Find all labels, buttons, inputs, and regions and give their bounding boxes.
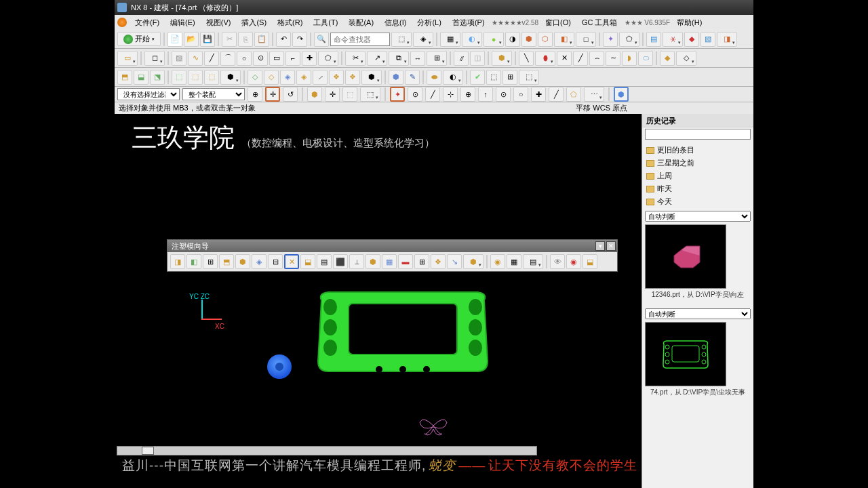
tb3-c8[interactable]: ⬢ [361, 70, 382, 85]
tb1-b[interactable]: ◈ [413, 32, 433, 47]
folder-lastweek[interactable]: 上周 [642, 169, 753, 182]
history-search-input[interactable] [645, 129, 751, 140]
mw-9[interactable]: ⬓ [300, 254, 315, 269]
cut-button[interactable]: ✂ [222, 32, 237, 47]
tb3-f1[interactable]: ✔ [470, 70, 485, 85]
fl-f[interactable]: ⬚ [342, 87, 357, 102]
tb1-g[interactable]: ◧ [554, 32, 574, 47]
fl-snap3[interactable]: ╱ [425, 87, 440, 102]
mw-19[interactable]: ⬢ [463, 254, 484, 269]
tb1-h[interactable]: □ [576, 32, 596, 47]
undo-button[interactable]: ↶ [276, 32, 291, 47]
tb3-c2[interactable]: ◇ [264, 70, 279, 85]
menu-gc[interactable]: GC 工具箱 [578, 16, 622, 29]
fl-b[interactable]: ✛ [265, 87, 280, 102]
mw-16[interactable]: ⊞ [414, 254, 429, 269]
menu-edit[interactable]: 编辑(E) [166, 16, 199, 29]
mw-3[interactable]: ⊞ [203, 254, 218, 269]
folder-yesterday[interactable]: 昨天 [642, 182, 753, 195]
horizontal-scrollbar[interactable] [117, 446, 537, 455]
open-button[interactable]: 📂 [184, 32, 199, 47]
mw-18[interactable]: ↘ [447, 254, 462, 269]
tb1-k4[interactable]: ▧ [701, 32, 715, 47]
tb2-rect[interactable]: ▭ [269, 51, 284, 66]
tb3-c1[interactable]: ◇ [248, 70, 262, 85]
fl-snap11[interactable]: ⬠ [566, 87, 581, 102]
cmd-finder-input[interactable] [330, 33, 390, 46]
menu-tools[interactable]: 工具(T) [309, 16, 342, 29]
fl-snap12[interactable]: ⋯ [584, 87, 604, 102]
tb2-trim[interactable]: ✂ [345, 51, 366, 66]
mw-4[interactable]: ⬒ [219, 254, 234, 269]
tb2-i2[interactable]: ◇ [676, 51, 696, 66]
redo-button[interactable]: ↷ [292, 32, 307, 47]
mw-6[interactable]: ◈ [252, 254, 267, 269]
history-thumb-2[interactable]: 74.prt，从 D:\VIP学员\尘埃无事 [645, 322, 751, 398]
copy-button[interactable]: ⎘ [238, 32, 253, 47]
tb3-b1[interactable]: ⬚ [172, 70, 186, 85]
tb2-dot[interactable]: ⊙ [253, 51, 268, 66]
cmd-finder-icon[interactable]: 🔍 [314, 32, 329, 47]
tb1-cube1[interactable]: ⬢ [521, 32, 536, 47]
tb3-c6[interactable]: ❖ [329, 70, 344, 85]
tb3-f4[interactable]: ⬚ [519, 70, 539, 85]
tb2-cube[interactable]: ⬢ [492, 51, 512, 66]
tb2-arc[interactable]: ⌒ [220, 51, 235, 66]
mw-11[interactable]: ⬛ [333, 254, 348, 269]
menu-window[interactable]: 窗口(O) [541, 16, 575, 29]
thumb1-mode-select[interactable]: 自动判断 [645, 211, 751, 222]
tb2-b[interactable]: ⬠ [318, 51, 338, 66]
tb3-d2[interactable]: ✎ [405, 70, 420, 85]
tb3-b2[interactable]: ⬚ [188, 70, 203, 85]
tb3-a1[interactable]: ⬒ [117, 70, 132, 85]
tb2-h1[interactable]: ╲ [519, 51, 534, 66]
menu-format[interactable]: 格式(R) [273, 16, 307, 29]
tb2-point[interactable]: ✚ [302, 51, 317, 66]
tb3-e2[interactable]: ◐ [443, 70, 463, 85]
fl-e[interactable]: ✛ [325, 87, 340, 102]
mw-8[interactable]: ✕ [284, 254, 299, 269]
start-button[interactable]: 开始▾ [117, 32, 161, 46]
tb3-e1[interactable]: ⬬ [427, 70, 441, 85]
mw-10[interactable]: ▤ [317, 254, 332, 269]
tb3-a2[interactable]: ⬓ [134, 70, 149, 85]
fl-g[interactable]: ⬚ [360, 87, 380, 102]
menu-file[interactable]: 文件(F) [131, 16, 163, 29]
fl-snap10[interactable]: ╱ [549, 87, 564, 102]
tb3-f3[interactable]: ⊞ [502, 70, 517, 85]
viewport[interactable]: 三玖学院 （数控编程、电极设计、造型系统化学习） 注塑模向导 ▾ ✕ ◨ ◧ ⊞… [115, 114, 642, 488]
menu-info[interactable]: 信息(I) [380, 16, 410, 29]
filter-dropdown-2[interactable]: 整个装配 [182, 88, 245, 100]
tb2-a[interactable]: ◻ [144, 51, 165, 66]
tb2-f[interactable]: ⫽ [454, 51, 469, 66]
folder-today[interactable]: 今天 [642, 195, 753, 208]
model-part[interactable] [311, 287, 494, 382]
tb2-g[interactable]: ◫ [470, 51, 485, 66]
mw-21[interactable]: ▦ [507, 254, 521, 269]
tb3-c3[interactable]: ◈ [280, 70, 295, 85]
fl-snap5[interactable]: ⊕ [460, 87, 475, 102]
folder-older[interactable]: 更旧的条目 [642, 144, 753, 157]
mw-17[interactable]: ❖ [431, 254, 446, 269]
mw-1[interactable]: ◨ [170, 254, 185, 269]
mw-7[interactable]: ⊟ [268, 254, 283, 269]
tb3-a3[interactable]: ⬔ [150, 70, 165, 85]
mold-panel-titlebar[interactable]: 注塑模向导 ▾ ✕ [167, 240, 617, 252]
tb1-k3[interactable]: ◆ [684, 32, 699, 47]
tb2-e[interactable]: ⊞ [427, 51, 447, 66]
tb2-d[interactable]: ⧉ [389, 51, 409, 66]
tb1-a[interactable]: ⬚ [391, 32, 412, 47]
tb2-line2[interactable]: ╱ [204, 51, 219, 66]
thumb2-mode-select[interactable]: 自动判断 [645, 308, 751, 319]
mw-13[interactable]: ⬢ [366, 254, 380, 269]
menu-insert[interactable]: 插入(S) [237, 16, 271, 29]
tb2-profile[interactable]: ▨ [172, 51, 186, 66]
history-thumb-1[interactable]: 12346.prt，从 D:\VIP学员\向左 [645, 224, 751, 300]
tb3-b3[interactable]: ⬚ [204, 70, 219, 85]
mold-close-icon[interactable]: ✕ [606, 241, 616, 251]
paste-button[interactable]: 📋 [254, 32, 269, 47]
tb2-dim[interactable]: ↔ [410, 51, 425, 66]
tb2-circle[interactable]: ○ [237, 51, 252, 66]
tb2-h3[interactable]: ✕ [557, 51, 572, 66]
fl-a[interactable]: ⊕ [248, 87, 262, 102]
